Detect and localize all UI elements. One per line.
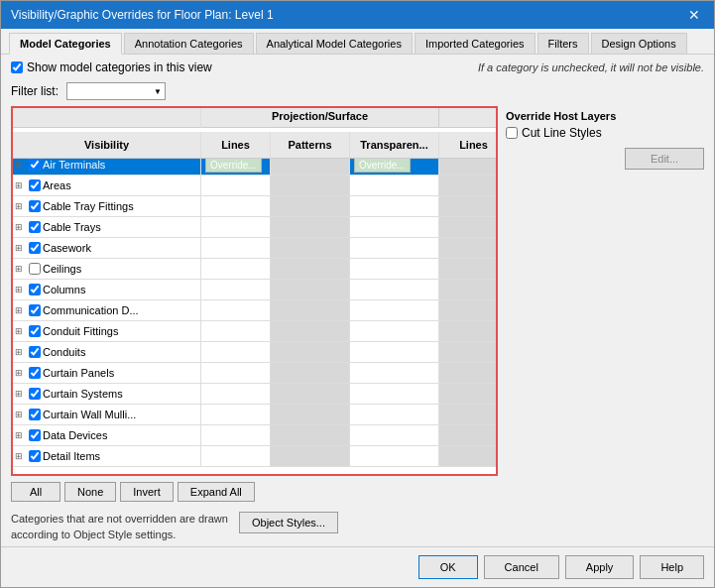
visibility-cell: ⊞ Casework [13,238,201,258]
visibility-cell: ⊞ Curtain Systems [13,384,201,404]
expand-icon[interactable]: ⊞ [15,451,27,461]
patterns-proj-cell [271,176,350,195]
visibility-cell: ⊞ Curtain Wall Mulli... [13,405,201,424]
patterns-proj-cell [271,217,350,237]
patterns-proj-cell [271,363,350,383]
expand-icon[interactable]: ⊞ [15,180,27,190]
table-row[interactable]: ⊞ Curtain Wall Mulli... By View [13,405,496,425]
lines-cut-col-header: Lines [439,132,498,158]
visibility-col-header: Visibility [13,132,201,158]
table-row[interactable]: ⊞ Conduit Fittings By View [13,321,496,342]
lines-proj-cell [201,280,271,299]
transparent-cell [350,321,439,341]
lines-override-btn[interactable]: Override... [205,158,262,173]
row-label: Cable Tray Fittings [43,200,134,212]
expand-icon[interactable]: ⊞ [15,264,27,274]
row-checkbox[interactable] [29,263,41,275]
table-row[interactable]: ⊞ Communication D... By View [13,300,496,321]
row-checkbox[interactable] [29,367,41,379]
none-button[interactable]: None [64,482,116,502]
visibility-cell: ⊞ Columns [13,280,201,299]
lines-cut-cell [439,259,498,279]
visibility-cell: ⊞ Cable Tray Fittings [13,196,201,216]
action-button-row: All None Invert Expand All [1,476,714,508]
edit-button[interactable]: Edit... [625,148,704,170]
col-group-header-row: Projection/Surface Cut [13,108,496,128]
table-row[interactable]: ⊞ Columns By View [13,280,496,300]
row-checkbox[interactable] [29,325,41,337]
expand-icon[interactable]: ⊞ [15,326,27,336]
transparent-override-btn[interactable]: Override... [354,158,411,173]
table-row[interactable]: ⊞ Curtain Systems By View [13,384,496,405]
lines-cut-cell [439,321,498,341]
table-row[interactable]: ⊞ Areas By View [13,176,496,196]
expand-icon[interactable]: ⊞ [15,201,27,211]
row-checkbox[interactable] [29,388,41,400]
tab-annotation[interactable]: Annotation Categories [124,33,254,54]
tab-filters[interactable]: Filters [537,33,589,54]
lines-cut-cell [439,238,498,258]
table-row[interactable]: ⊞ Curtain Panels By View [13,363,496,384]
transparent-cell [350,196,439,216]
row-checkbox[interactable] [29,429,41,441]
lines-cut-cell [439,176,498,195]
expand-icon[interactable]: ⊞ [15,243,27,253]
row-checkbox[interactable] [29,242,41,254]
table-row[interactable]: ⊞ Detail Items By View [13,446,496,467]
table-row[interactable]: ⊞ Casework By View [13,238,496,259]
row-checkbox[interactable] [29,409,41,420]
lines-cut-cell [439,384,498,404]
row-checkbox[interactable] [29,159,41,171]
table-row[interactable]: ⊞ Data Devices By View [13,425,496,446]
tab-design[interactable]: Design Options [591,33,687,54]
visibility-cell: ⊞ Cable Trays [13,217,201,237]
row-checkbox[interactable] [29,284,41,295]
row-checkbox[interactable] [29,221,41,233]
row-label: Curtain Systems [43,388,123,400]
expand-icon[interactable]: ⊞ [15,222,27,232]
row-checkbox[interactable] [29,179,41,191]
object-styles-button[interactable]: Object Styles... [239,512,338,533]
cut-line-styles-checkbox[interactable] [506,127,518,139]
filter-select[interactable] [66,82,166,100]
patterns-proj-cell [271,238,350,258]
table-row[interactable]: ⊞ Cable Tray Fittings By View [13,196,496,217]
row-checkbox[interactable] [29,200,41,212]
expand-icon[interactable]: ⊞ [15,368,27,378]
expand-icon[interactable]: ⊞ [15,389,27,399]
show-model-checkbox[interactable] [11,61,23,73]
tab-analytical[interactable]: Analytical Model Categories [256,33,413,54]
visibility-cell: ⊞ Curtain Panels [13,363,201,383]
all-button[interactable]: All [11,482,60,502]
row-checkbox[interactable] [29,346,41,358]
tabs-bar: Model Categories Annotation Categories A… [1,29,714,55]
tab-model[interactable]: Model Categories [9,33,122,55]
tab-imported[interactable]: Imported Categories [415,33,536,54]
table-row[interactable]: ⊞ Cable Trays By View [13,217,496,238]
row-label: Curtain Panels [43,367,114,379]
transparent-cell [350,405,439,424]
ok-button[interactable]: OK [418,555,478,579]
expand-icon[interactable]: ⊞ [15,430,27,440]
table-row[interactable]: ⊞ Conduits By View [13,342,496,363]
main-content: Projection/Surface Cut Visibility Lines … [1,106,714,476]
expand-icon[interactable]: ⊞ [15,285,27,294]
table-row[interactable]: ⊞ Ceilings By View [13,259,496,280]
lines-proj-cell [201,259,271,279]
patterns-proj-cell [271,259,350,279]
expand-icon[interactable]: ⊞ [15,160,27,170]
close-button[interactable]: ✕ [684,7,704,23]
cancel-button[interactable]: Cancel [484,555,559,579]
row-label: Detail Items [43,450,100,462]
table-container: Projection/Surface Cut Visibility Lines … [11,106,498,476]
apply-button[interactable]: Apply [565,555,635,579]
row-checkbox[interactable] [29,450,41,462]
expand-icon[interactable]: ⊞ [15,305,27,315]
expand-icon[interactable]: ⊞ [15,410,27,419]
expand-all-button[interactable]: Expand All [178,482,255,502]
expand-icon[interactable]: ⊞ [15,347,27,357]
row-checkbox[interactable] [29,304,41,316]
lines-cut-cell [439,196,498,216]
help-button[interactable]: Help [640,555,704,579]
invert-button[interactable]: Invert [120,482,174,502]
